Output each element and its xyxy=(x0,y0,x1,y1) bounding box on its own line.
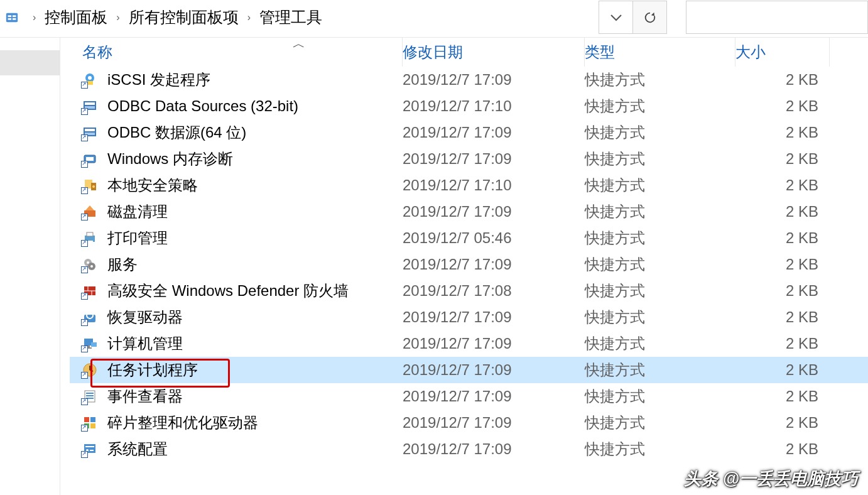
file-size: 2 KB xyxy=(735,97,830,115)
file-row[interactable]: 服务2019/12/7 17:09快捷方式2 KB xyxy=(70,251,868,278)
file-name: 高级安全 Windows Defender 防火墙 xyxy=(107,281,349,301)
file-name: 碎片整理和优化驱动器 xyxy=(107,413,258,433)
file-row[interactable]: 任务计划程序2019/12/7 17:09快捷方式2 KB xyxy=(70,357,868,383)
file-date: 2019/12/7 17:10 xyxy=(403,97,585,115)
file-type: 快捷方式 xyxy=(585,70,735,90)
file-type: 快捷方式 xyxy=(585,386,735,406)
svg-rect-3 xyxy=(8,18,11,19)
file-type: 快捷方式 xyxy=(585,228,735,248)
svg-rect-12 xyxy=(85,129,95,131)
breadcrumb[interactable]: › 控制面板 › 所有控制面板项 › 管理工具 xyxy=(4,0,599,35)
file-size: 2 KB xyxy=(735,282,830,300)
svg-point-7 xyxy=(88,76,92,80)
file-size: 2 KB xyxy=(735,124,830,141)
file-type: 快捷方式 xyxy=(585,439,735,459)
file-row[interactable]: 碎片整理和优化驱动器2019/12/7 17:09快捷方式2 KB xyxy=(70,410,868,436)
column-header-type[interactable]: 类型 xyxy=(585,38,735,67)
file-size: 2 KB xyxy=(735,388,830,405)
file-type: 快捷方式 xyxy=(585,360,735,380)
file-type: 快捷方式 xyxy=(585,334,735,354)
chevron-right-icon[interactable]: › xyxy=(33,12,36,23)
history-dropdown-button[interactable] xyxy=(599,1,633,34)
column-header-date[interactable]: 修改日期 xyxy=(403,38,585,67)
file-name: 计算机管理 xyxy=(107,334,183,354)
file-date: 2019/12/7 17:09 xyxy=(403,124,585,141)
file-list-panel: ︿ 名称 修改日期 类型 大小 iSCSI 发起程序2019/12/7 17:0… xyxy=(60,38,868,495)
control-panel-icon xyxy=(5,11,19,24)
file-name: 事件查看器 xyxy=(107,386,183,406)
file-row[interactable]: 打印管理2019/12/7 05:46快捷方式2 KB xyxy=(70,225,868,251)
svg-rect-4 xyxy=(13,18,16,19)
navigation-sidebar xyxy=(0,38,60,495)
file-date: 2019/12/7 17:09 xyxy=(403,150,585,168)
main-content: ︿ 名称 修改日期 类型 大小 iSCSI 发起程序2019/12/7 17:0… xyxy=(0,38,868,495)
file-date: 2019/12/7 17:08 xyxy=(403,282,585,300)
file-size: 2 KB xyxy=(735,414,830,432)
svg-rect-39 xyxy=(86,393,94,394)
recovery-icon xyxy=(82,310,97,325)
chevron-right-icon[interactable]: › xyxy=(116,12,119,23)
breadcrumb-item[interactable]: 管理工具 xyxy=(259,7,322,28)
file-row[interactable]: 高级安全 Windows Defender 防火墙2019/12/7 17:08… xyxy=(70,278,868,304)
file-date: 2019/12/7 17:09 xyxy=(403,71,585,89)
file-row[interactable]: 本地安全策略2019/12/7 17:10快捷方式2 KB xyxy=(70,172,868,199)
svg-rect-20 xyxy=(87,232,93,236)
file-list: iSCSI 发起程序2019/12/7 17:09快捷方式2 KBODBC Da… xyxy=(70,67,868,462)
file-name: 系统配置 xyxy=(107,439,168,459)
breadcrumb-item[interactable]: 所有控制面板项 xyxy=(129,7,239,28)
file-name: ODBC Data Sources (32-bit) xyxy=(107,97,298,115)
file-row[interactable]: 事件查看器2019/12/7 17:09快捷方式2 KB xyxy=(70,383,868,410)
file-type: 快捷方式 xyxy=(585,413,735,433)
file-size: 2 KB xyxy=(735,256,830,273)
odbc-icon xyxy=(82,125,97,140)
file-row[interactable]: 系统配置2019/12/7 17:09快捷方式2 KB xyxy=(70,436,868,462)
file-row[interactable]: ODBC 数据源(64 位)2019/12/7 17:09快捷方式2 KB xyxy=(70,119,868,146)
file-date: 2019/12/7 17:09 xyxy=(403,256,585,273)
file-size: 2 KB xyxy=(735,203,830,220)
svg-rect-47 xyxy=(85,446,94,447)
file-row[interactable]: 恢复驱动器2019/12/7 17:09快捷方式2 KB xyxy=(70,304,868,330)
chevron-right-icon[interactable]: › xyxy=(247,12,251,23)
file-size: 2 KB xyxy=(735,229,830,247)
file-row[interactable]: 磁盘清理2019/12/7 17:09快捷方式2 KB xyxy=(70,199,868,225)
svg-rect-42 xyxy=(84,417,89,422)
sidebar-item[interactable] xyxy=(0,50,60,75)
file-row[interactable]: iSCSI 发起程序2019/12/7 17:09快捷方式2 KB xyxy=(70,67,868,93)
file-name: 恢复驱动器 xyxy=(107,307,183,327)
file-row[interactable]: Windows 内存诊断2019/12/7 17:09快捷方式2 KB xyxy=(70,146,868,172)
file-type: 快捷方式 xyxy=(585,254,735,275)
secpol-icon xyxy=(82,178,97,193)
file-size: 2 KB xyxy=(735,335,830,352)
column-header-size[interactable]: 大小 xyxy=(735,38,830,67)
search-input[interactable] xyxy=(686,1,868,34)
svg-rect-45 xyxy=(90,423,95,428)
defrag-icon xyxy=(82,415,97,430)
file-date: 2019/12/7 17:10 xyxy=(403,177,585,194)
firewall-icon xyxy=(82,283,97,298)
svg-point-25 xyxy=(90,265,93,268)
address-bar: › 控制面板 › 所有控制面板项 › 管理工具 xyxy=(0,0,868,35)
file-name: Windows 内存诊断 xyxy=(107,149,233,169)
file-row[interactable]: ODBC Data Sources (32-bit)2019/12/7 17:1… xyxy=(70,93,868,119)
diskclean-icon xyxy=(82,204,97,219)
refresh-button[interactable] xyxy=(632,1,667,34)
print-icon xyxy=(82,231,97,246)
file-date: 2019/12/7 17:09 xyxy=(403,308,585,326)
file-name: 磁盘清理 xyxy=(107,202,168,222)
svg-rect-9 xyxy=(85,102,95,105)
file-row[interactable]: 计算机管理2019/12/7 17:09快捷方式2 KB xyxy=(70,330,868,357)
svg-rect-40 xyxy=(86,395,94,396)
column-header-name[interactable]: 名称 xyxy=(82,38,403,67)
breadcrumb-item[interactable]: 控制面板 xyxy=(45,7,107,28)
file-date: 2019/12/7 17:09 xyxy=(403,361,585,379)
file-type: 快捷方式 xyxy=(585,175,735,195)
file-name: 任务计划程序 xyxy=(107,360,198,380)
file-name: ODBC 数据源(64 位) xyxy=(107,122,246,143)
msconfig-icon xyxy=(82,442,97,457)
odbc-icon xyxy=(82,99,97,114)
svg-rect-0 xyxy=(6,13,18,22)
svg-point-17 xyxy=(92,185,95,188)
file-size: 2 KB xyxy=(735,361,830,379)
sort-ascending-icon: ︿ xyxy=(293,35,305,52)
file-size: 2 KB xyxy=(735,308,830,326)
